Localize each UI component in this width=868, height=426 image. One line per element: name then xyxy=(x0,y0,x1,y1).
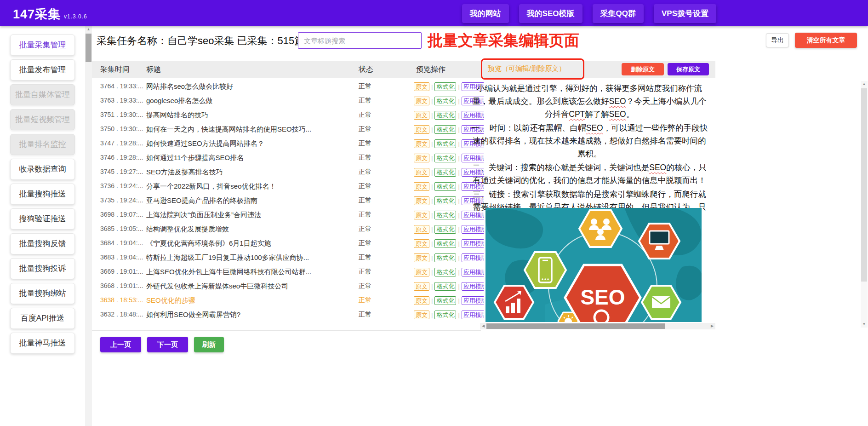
export-button[interactable]: 导出 xyxy=(766,33,789,47)
delete-original-button[interactable]: 删除原文 xyxy=(622,63,664,75)
table-row[interactable]: 3746 . 19:28:...如何通过11个步骤提高SEO排名正常原文|格式化… xyxy=(92,150,484,165)
apply-template-button[interactable]: 应用模版 xyxy=(462,311,484,319)
row-title[interactable]: 如何通过11个步骤提高SEO排名 xyxy=(146,150,354,165)
scroll-right-icon[interactable]: ▶ xyxy=(709,323,715,329)
original-button[interactable]: 原文 xyxy=(414,239,429,248)
original-button[interactable]: 原文 xyxy=(414,268,429,276)
table-row[interactable]: 3747 . 19:28:...如何快速通过SEO方法提高网站排名？正常原文|格… xyxy=(92,136,484,150)
nav-item[interactable]: 我的SEO模版 xyxy=(519,4,582,23)
table-row[interactable]: 3763 . 19:33:...googleseo排名怎么做正常原文|格式化|应… xyxy=(92,93,484,108)
table-row[interactable]: 3683 . 19:04:...特斯拉上海超级工厂19日复工推动100多家供应商… xyxy=(92,250,484,265)
row-title[interactable]: googleseo排名怎么做 xyxy=(146,93,354,108)
table-row[interactable]: 3750 . 19:30:...如何在一天之内，快速提高网站排名的使用SEO技巧… xyxy=(92,122,484,136)
sidebar-item[interactable]: 搜狗验证推送 xyxy=(10,208,75,230)
format-button[interactable]: 格式化 xyxy=(434,139,456,148)
format-button[interactable]: 格式化 xyxy=(434,282,456,291)
format-button[interactable]: 格式化 xyxy=(434,211,456,219)
save-original-button[interactable]: 保存原文 xyxy=(668,63,709,75)
original-button[interactable]: 原文 xyxy=(414,296,429,305)
scroll-left-icon[interactable]: ◀ xyxy=(480,323,486,329)
row-title[interactable]: 特斯拉上海超级工厂19日复工推动100多家供应商协... xyxy=(146,250,354,265)
original-button[interactable]: 原文 xyxy=(414,182,429,191)
original-button[interactable]: 原文 xyxy=(414,211,429,219)
original-button[interactable]: 原文 xyxy=(414,139,429,148)
preview-editor[interactable]: 小编认为就是通过引擎，得到好的，获得更多网站度我们称作流量，最后成成交。那么到底… xyxy=(470,82,709,227)
row-title[interactable]: SEO优化的步骤 xyxy=(146,293,354,307)
format-button[interactable]: 格式化 xyxy=(434,296,456,305)
row-title[interactable]: 如何利用SEO做全网霸屏营销? xyxy=(146,307,354,322)
apply-template-button[interactable]: 应用模版 xyxy=(462,296,484,305)
nav-item[interactable]: VPS拨号设置 xyxy=(654,4,716,23)
format-button[interactable]: 格式化 xyxy=(434,268,456,276)
original-button[interactable]: 原文 xyxy=(414,154,429,162)
refresh-button[interactable]: 刷新 xyxy=(194,337,224,352)
format-button[interactable]: 格式化 xyxy=(434,311,456,319)
table-row[interactable]: 3751 . 19:30:...提高网站排名的技巧正常原文|格式化|应用模版 xyxy=(92,108,484,122)
preview-horizontal-scrollbar[interactable]: ◀ ▶ xyxy=(480,323,715,329)
table-row[interactable]: 3684 . 19:04:...《宁夏优化营商环境条例》6月1日起实施正常原文|… xyxy=(92,236,484,250)
row-title[interactable]: 网站排名seo怎么做会比较好 xyxy=(146,79,354,93)
sidebar-item[interactable]: 批量搜狗反馈 xyxy=(10,233,75,254)
format-button[interactable]: 格式化 xyxy=(434,239,456,248)
original-button[interactable]: 原文 xyxy=(414,253,429,262)
table-row[interactable]: 3632 . 18:48:...如何利用SEO做全网霸屏营销?正常原文|格式化|… xyxy=(92,307,484,322)
original-button[interactable]: 原文 xyxy=(414,311,429,319)
sidebar-item[interactable]: 批量发布管理 xyxy=(10,59,75,81)
table-row[interactable]: 3698 . 19:07:...上海法院判决“负面压制业务”合同违法正常原文|格… xyxy=(92,207,484,222)
preview-vertical-scrollbar[interactable]: ▲ ▼ xyxy=(861,81,868,328)
table-row[interactable]: 3669 . 19:01:...上海SEO优化外包上海牛巨微网络科技有限公司站群… xyxy=(92,265,484,279)
format-button[interactable]: 格式化 xyxy=(434,253,456,262)
row-title[interactable]: 《宁夏优化营商环境条例》6月1日起实施 xyxy=(146,236,354,250)
row-title[interactable]: 如何快速通过SEO方法提高网站排名？ xyxy=(146,136,354,150)
search-input[interactable] xyxy=(298,32,422,49)
row-title[interactable]: 如何在一天之内，快速提高网站排名的使用SEO技巧... xyxy=(146,122,354,136)
horizontal-scrollbar-thumb[interactable] xyxy=(486,323,665,329)
sidebar-item[interactable]: 收录数据查询 xyxy=(10,159,75,180)
sidebar-item[interactable]: 批量神马推送 xyxy=(10,333,75,354)
format-button[interactable]: 格式化 xyxy=(434,97,456,105)
row-title[interactable]: 提高网站排名的技巧 xyxy=(146,108,354,122)
sidebar-item[interactable]: 百度API推送 xyxy=(10,308,75,329)
sidebar-item[interactable]: 批量搜狗推送 xyxy=(10,184,75,205)
sidebar-item[interactable]: 批量采集管理 xyxy=(10,35,75,56)
row-title[interactable]: 分享一个2022新风口，抖音seo优化排名！ xyxy=(146,179,354,193)
original-button[interactable]: 原文 xyxy=(414,97,429,105)
row-title[interactable]: 结构调整优化发展提质增效 xyxy=(146,222,354,236)
scroll-down-icon[interactable]: ▼ xyxy=(861,321,868,328)
apply-template-button[interactable]: 应用模版 xyxy=(462,282,484,291)
original-button[interactable]: 原文 xyxy=(414,282,429,291)
format-button[interactable]: 格式化 xyxy=(434,196,456,205)
format-button[interactable]: 格式化 xyxy=(434,168,456,177)
row-title[interactable]: 亚马逊SEO提高产品排名的终极指南 xyxy=(146,193,354,207)
row-title[interactable]: 上海法院判决“负面压制业务”合同违法 xyxy=(146,207,354,222)
left-scrollbar[interactable]: ▲ xyxy=(85,26,92,426)
left-scrollbar-thumb[interactable] xyxy=(86,34,91,62)
original-button[interactable]: 原文 xyxy=(414,125,429,134)
table-row[interactable]: 3685 . 19:05:...结构调整优化发展提质增效正常原文|格式化|应用模… xyxy=(92,222,484,236)
clear-all-articles-button[interactable]: 清空所有文章 xyxy=(795,33,857,48)
original-button[interactable]: 原文 xyxy=(414,225,429,234)
original-button[interactable]: 原文 xyxy=(414,82,429,91)
table-row[interactable]: 3736 . 19:24:...分享一个2022新风口，抖音seo优化排名！正常… xyxy=(92,179,484,193)
nav-item[interactable]: 采集QQ群 xyxy=(593,4,644,23)
format-button[interactable]: 格式化 xyxy=(434,125,456,134)
apply-template-button[interactable]: 应用模版 xyxy=(462,239,484,248)
original-button[interactable]: 原文 xyxy=(414,111,429,120)
vertical-scrollbar-thumb[interactable] xyxy=(861,88,867,282)
row-title[interactable]: 外链代发包收录上海新媒体seo牛巨微科技公司 xyxy=(146,279,354,293)
original-button[interactable]: 原文 xyxy=(414,196,429,205)
table-row[interactable]: 3638 . 18:53:...SEO优化的步骤正常原文|格式化|应用模版 xyxy=(92,293,484,307)
table-row[interactable]: 3764 . 19:33:...网站排名seo怎么做会比较好正常原文|格式化|应… xyxy=(92,79,484,93)
format-button[interactable]: 格式化 xyxy=(434,154,456,162)
row-title[interactable]: 上海SEO优化外包上海牛巨微网络科技有限公司站群... xyxy=(146,265,354,279)
prev-page-button[interactable]: 上一页 xyxy=(100,337,141,352)
original-button[interactable]: 原文 xyxy=(414,168,429,177)
apply-template-button[interactable]: 应用模版 xyxy=(462,253,484,262)
scroll-up-icon[interactable]: ▲ xyxy=(861,81,868,87)
next-page-button[interactable]: 下一页 xyxy=(147,337,188,352)
apply-template-button[interactable]: 应用模版 xyxy=(462,268,484,276)
format-button[interactable]: 格式化 xyxy=(434,182,456,191)
format-button[interactable]: 格式化 xyxy=(434,225,456,234)
table-row[interactable]: 3668 . 19:01:...外链代发包收录上海新媒体seo牛巨微科技公司正常… xyxy=(92,279,484,293)
scroll-up-icon[interactable]: ▲ xyxy=(85,26,92,32)
